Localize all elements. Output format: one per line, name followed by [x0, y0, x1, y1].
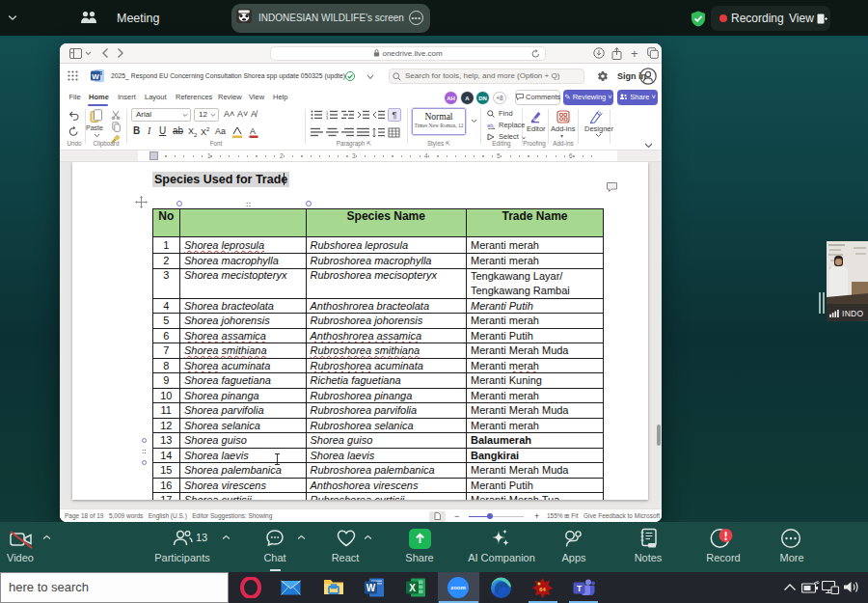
svg-text:A: A — [250, 126, 256, 136]
svg-text:64: 64 — [539, 587, 546, 592]
svg-text:W: W — [92, 72, 99, 81]
svg-text:W: W — [366, 583, 376, 593]
svg-text:3: 3 — [326, 116, 329, 120]
svg-text:ab: ab — [487, 123, 494, 128]
svg-text:T: T — [577, 584, 583, 593]
svg-text:X: X — [409, 583, 416, 593]
